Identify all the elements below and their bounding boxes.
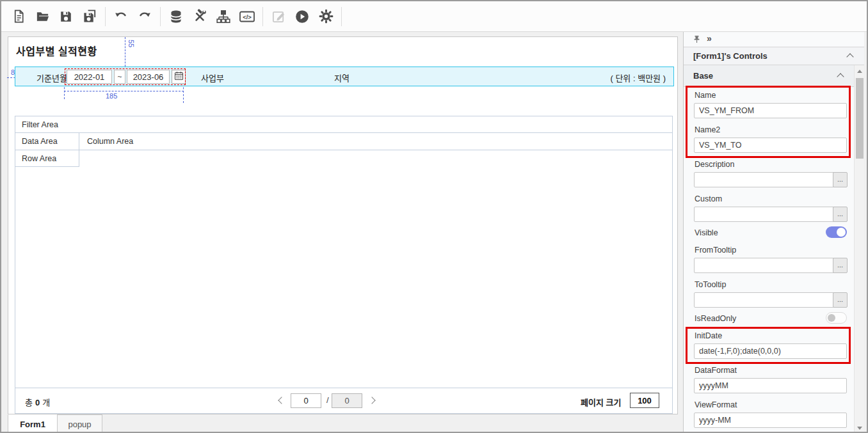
measure-tick-185-right <box>183 84 184 103</box>
panel-header-row[interactable]: [Form1]'s Controls <box>684 47 864 65</box>
prop-input-name[interactable] <box>694 103 847 118</box>
prop-label-fromtooltip: FromTooltip <box>695 246 736 255</box>
undo-button[interactable] <box>110 6 132 28</box>
app-window: </> 사업부별 실적현황 55 88 185 23 기준년월 ~ <box>0 0 868 433</box>
prop-label-dataformat: DataFormat <box>695 366 737 375</box>
prop-input-custom[interactable] <box>694 207 847 222</box>
open-file-button[interactable] <box>31 6 53 28</box>
sitemap-icon <box>216 9 231 24</box>
filter-field-division: 사업부 <box>201 72 224 84</box>
dataset-button[interactable] <box>165 6 187 28</box>
prop-input-fromtooltip[interactable] <box>694 258 847 273</box>
pagination-bar: 총0개 / 페이지 크기 <box>15 388 672 413</box>
page-size-label: 페이지 크기 <box>581 396 621 408</box>
new-file-icon <box>12 9 26 24</box>
measure-line-55 <box>125 37 125 67</box>
row-area-label: Row Area <box>22 154 56 163</box>
panel-scrollbar[interactable] <box>854 65 864 433</box>
calendar-button[interactable] <box>172 70 186 84</box>
prop-label-custom: Custom <box>695 194 722 203</box>
data-column-row: Data Area Column Area <box>15 133 672 150</box>
panel-pin-row: » <box>684 32 864 47</box>
visible-toggle[interactable] <box>826 226 847 238</box>
current-page-input[interactable] <box>291 393 321 408</box>
page-separator: / <box>326 395 329 405</box>
script-button[interactable]: </> <box>236 6 258 28</box>
collapse-panel-icon[interactable]: » <box>707 33 712 43</box>
row-area-cell[interactable]: Row Area <box>15 150 79 167</box>
redo-button[interactable] <box>134 6 156 28</box>
toolbar-separator <box>262 7 263 26</box>
base-section-row[interactable]: Base <box>684 65 864 87</box>
prev-page-button[interactable] <box>278 397 284 404</box>
tab-form1-label: Form1 <box>20 420 45 429</box>
undo-icon <box>113 9 129 24</box>
save-all-icon <box>83 9 97 24</box>
column-area-label: Column Area <box>87 137 133 146</box>
prop-ellipsis-fromtooltip[interactable]: ... <box>833 258 848 273</box>
data-area-label: Data Area <box>22 137 58 146</box>
toggle-knob <box>828 314 835 322</box>
filter-field-region: 지역 <box>334 72 350 84</box>
prop-label-visible: Visible <box>695 228 718 237</box>
run-button[interactable] <box>291 6 313 28</box>
total-count-value: 0 <box>35 398 40 407</box>
tools-button[interactable] <box>189 6 211 28</box>
isreadonly-toggle[interactable] <box>826 312 847 324</box>
total-count-text: 총0개 <box>25 396 50 408</box>
edit-button[interactable] <box>268 6 289 28</box>
code-view-icon: </> <box>239 9 255 24</box>
edit-icon <box>271 9 286 24</box>
save-button[interactable] <box>55 6 77 28</box>
prop-label-totooltip: ToTooltip <box>695 280 726 289</box>
structure-button[interactable] <box>213 6 234 28</box>
scrollbar-thumb[interactable] <box>856 78 864 159</box>
panel-header-title: [Form1]'s Controls <box>693 51 768 61</box>
tab-popup[interactable]: popup <box>57 414 102 433</box>
filter-area-row[interactable]: Filter Area <box>15 116 672 133</box>
data-area-cell[interactable]: Data Area <box>15 133 79 150</box>
prop-label-viewformat: ViewFormat <box>695 400 737 409</box>
prop-ellipsis-description[interactable]: ... <box>833 172 848 187</box>
prop-label-description: Description <box>695 160 735 169</box>
collapse-base-icon[interactable] <box>837 73 843 79</box>
prop-input-dataformat[interactable] <box>694 378 847 393</box>
total-pages-input <box>332 393 362 408</box>
design-canvas: 사업부별 실적현황 55 88 185 23 기준년월 ~ 사업부 지역 ( <box>8 36 678 414</box>
filter-area-label: Filter Area <box>22 120 58 129</box>
new-file-button[interactable] <box>8 6 29 28</box>
prop-label-initdate: InitDate <box>695 331 722 340</box>
prop-ellipsis-totooltip[interactable]: ... <box>833 292 848 308</box>
settings-button[interactable] <box>315 6 337 28</box>
main-toolbar: </> <box>1 1 867 32</box>
next-page-button[interactable] <box>369 397 376 404</box>
prop-input-viewformat[interactable] <box>694 413 847 428</box>
prop-input-name2[interactable] <box>694 138 847 153</box>
prop-input-initdate[interactable] <box>694 343 847 359</box>
prop-label-isreadonly: IsReadOnly <box>695 314 736 323</box>
date-range-label: 기준년월 <box>36 72 67 84</box>
measure-label-55: 55 <box>127 40 135 47</box>
date-range-tilde: ~ <box>114 70 125 84</box>
date-from-input[interactable] <box>67 70 112 84</box>
tools-icon <box>192 9 207 24</box>
collapse-controls-icon[interactable] <box>847 53 853 59</box>
properties-panel: » [Form1]'s Controls Base Name Name2 Des… <box>683 32 864 433</box>
date-to-input[interactable] <box>127 70 170 84</box>
scroll-down-icon[interactable] <box>857 427 862 430</box>
pin-icon[interactable] <box>692 35 702 47</box>
page-size-input[interactable] <box>630 393 659 408</box>
prop-input-totooltip[interactable] <box>694 292 847 308</box>
prop-ellipsis-custom[interactable]: ... <box>833 207 848 222</box>
prop-input-description[interactable] <box>694 172 847 187</box>
svg-text:</>: </> <box>243 13 252 20</box>
toolbar-separator <box>105 7 106 26</box>
save-all-button[interactable] <box>79 6 100 28</box>
tab-form1[interactable]: Form1 <box>8 414 58 433</box>
unit-note: ( 단위 : 백만원 ) <box>610 72 666 84</box>
measure-line-185 <box>64 91 184 91</box>
redo-icon <box>137 9 152 24</box>
scroll-up-icon[interactable] <box>857 70 862 73</box>
pivot-grid: Filter Area Data Area Column Area Row Ar… <box>15 116 673 414</box>
calendar-icon <box>174 71 184 83</box>
